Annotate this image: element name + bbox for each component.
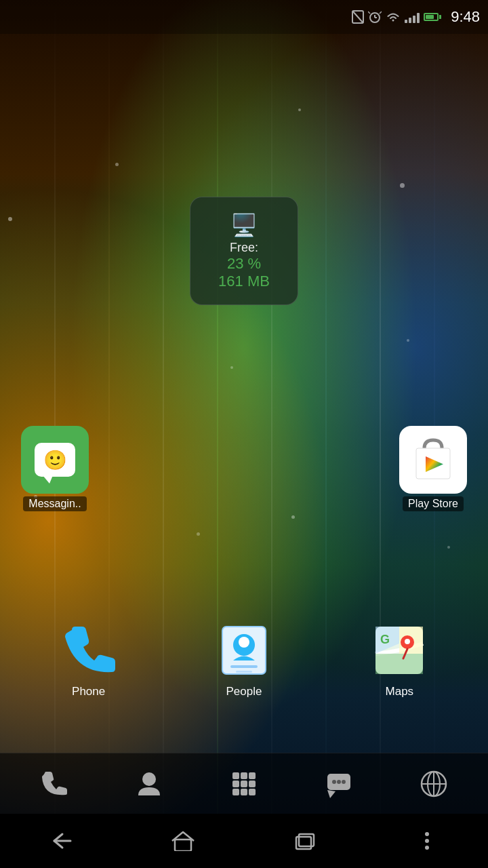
- smiley-icon: 🙂: [43, 449, 67, 471]
- svg-point-32: [332, 780, 336, 784]
- svg-point-21: [142, 772, 156, 786]
- svg-rect-23: [241, 772, 247, 779]
- browser-dock-button[interactable]: [407, 760, 461, 808]
- apps-grid-icon: [230, 770, 258, 798]
- svg-rect-24: [249, 772, 256, 779]
- messenger-icon: [325, 770, 353, 798]
- svg-rect-26: [241, 781, 247, 787]
- messaging-label: Messagin..: [23, 496, 86, 511]
- dial-icon: [40, 770, 68, 798]
- home-button[interactable]: [156, 821, 210, 861]
- free-label: Free:: [230, 241, 258, 255]
- signal-bars-icon: [405, 11, 420, 23]
- chip-icon: 🖥️: [230, 212, 258, 238]
- playstore-label: Play Store: [403, 496, 464, 511]
- svg-rect-30: [249, 789, 256, 795]
- sparkle-dot: [197, 532, 200, 536]
- svg-point-42: [425, 832, 429, 836]
- svg-point-34: [342, 780, 346, 784]
- navigation-bar: [0, 814, 488, 868]
- sparkle-dot: [230, 366, 233, 369]
- apps-row: Phone People: [0, 620, 488, 698]
- svg-rect-39: [175, 840, 191, 851]
- people-label: People: [226, 685, 262, 698]
- svg-point-43: [425, 839, 429, 843]
- playstore-app-icon[interactable]: Play Store: [389, 426, 477, 511]
- sparkle-dot: [298, 108, 301, 111]
- memory-widget[interactable]: 🖥️ Free: 23 % 161 MB: [190, 197, 298, 305]
- memory-mb: 161 MB: [218, 273, 270, 290]
- app-grid-button[interactable]: [217, 760, 271, 808]
- battery-icon: [424, 13, 441, 21]
- contacts-icon: [135, 770, 163, 798]
- phone-handset-icon: [62, 623, 116, 677]
- svg-line-6: [380, 12, 382, 14]
- menu-button[interactable]: [400, 821, 454, 861]
- svg-point-33: [337, 780, 341, 784]
- svg-rect-13: [230, 665, 258, 668]
- contacts-dock-button[interactable]: [122, 760, 176, 808]
- svg-rect-16: [375, 654, 423, 674]
- messaging-app-icon[interactable]: 🙂 Messagin..: [11, 426, 99, 511]
- svg-rect-14: [236, 671, 252, 673]
- svg-line-5: [368, 12, 370, 14]
- sparkle-dot: [115, 163, 119, 166]
- svg-rect-22: [232, 772, 239, 779]
- svg-rect-25: [232, 781, 239, 787]
- svg-line-1: [352, 11, 363, 23]
- people-contact-icon: [217, 623, 271, 677]
- sim-icon: [352, 10, 364, 24]
- home-icon: [171, 831, 195, 851]
- sparkle-dot: [291, 515, 295, 519]
- svg-rect-27: [249, 781, 256, 787]
- dock-bar: [0, 753, 488, 814]
- phone-label: Phone: [72, 685, 105, 698]
- svg-point-44: [425, 846, 429, 850]
- sparkle-dot: [400, 183, 405, 188]
- maps-app-icon[interactable]: G Maps: [362, 620, 436, 698]
- memory-percent: 23 %: [227, 255, 261, 273]
- svg-rect-28: [232, 789, 239, 795]
- svg-point-12: [239, 637, 249, 648]
- sparkle-dot: [8, 217, 12, 221]
- svg-rect-29: [241, 789, 247, 795]
- wifi-icon: [386, 11, 401, 23]
- svg-text:G: G: [380, 633, 390, 646]
- maps-icon: G: [372, 623, 426, 677]
- status-icons: 9:48: [352, 8, 480, 26]
- dial-dock-button[interactable]: [27, 760, 81, 808]
- phone-app-icon[interactable]: Phone: [52, 620, 126, 698]
- browser-globe-icon: [420, 770, 448, 798]
- recents-button[interactable]: [278, 821, 332, 861]
- recents-icon: [293, 831, 317, 850]
- playstore-bag-icon: [409, 435, 457, 486]
- sparkle-dot: [447, 546, 450, 549]
- people-app-icon[interactable]: People: [207, 620, 281, 698]
- back-button[interactable]: [34, 821, 88, 861]
- sparkle-dot: [407, 339, 409, 342]
- alarm-icon: [368, 10, 382, 24]
- messenger-dock-button[interactable]: [312, 760, 366, 808]
- maps-label: Maps: [386, 685, 414, 698]
- menu-icon: [424, 831, 430, 850]
- back-icon: [49, 831, 73, 850]
- status-bar: 9:48: [0, 0, 488, 34]
- svg-point-19: [405, 639, 410, 644]
- clock-display: 9:48: [451, 8, 480, 26]
